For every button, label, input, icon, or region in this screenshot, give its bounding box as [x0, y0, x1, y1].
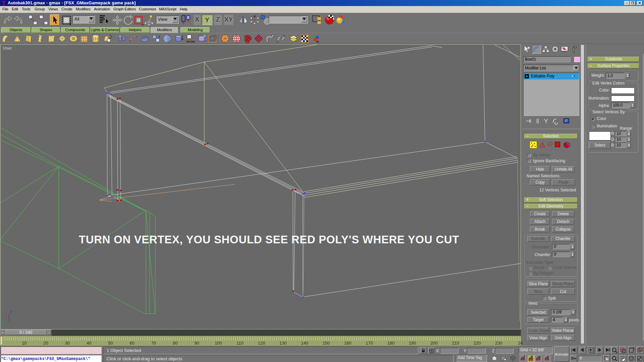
svg-text:ID: ID: [316, 40, 319, 43]
svg-text:%: %: [538, 355, 541, 358]
svg-text:x: x: [5, 315, 7, 319]
svg-text:y: y: [2, 319, 5, 323]
svg-text:F: F: [547, 355, 549, 358]
svg-text:z: z: [10, 309, 12, 313]
svg-text:XFORM: XFORM: [186, 40, 195, 43]
svg-text:3: 3: [524, 355, 525, 358]
